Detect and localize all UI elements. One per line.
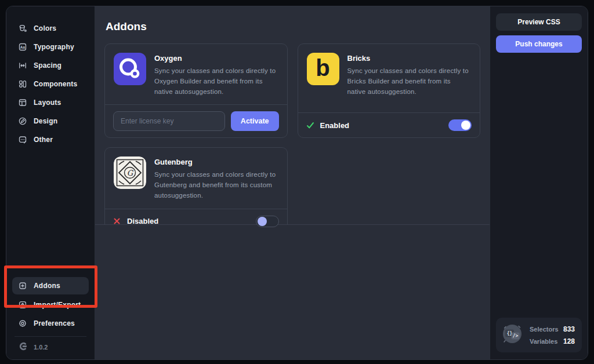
sidebar-item-design[interactable]: Design: [6, 112, 95, 130]
sidebar-item-spacing[interactable]: Spacing: [6, 56, 95, 75]
sidebar-item-label: Addons: [34, 282, 60, 290]
card-text: Bricks Sync your classes and colors dire…: [347, 53, 472, 97]
bricks-toggle[interactable]: [448, 119, 472, 131]
addon-card-oxygen: Oxygen Sync your classes and colors dire…: [104, 43, 288, 138]
card-footer: Activate: [105, 104, 287, 137]
stats-rows: Selectors 833 Variables 128: [530, 325, 575, 345]
activate-button[interactable]: Activate: [231, 111, 279, 131]
addon-description: Sync your classes and colors directly to…: [347, 66, 472, 97]
version-label: 1.0.2: [34, 344, 48, 351]
version-row: 1.0.2: [15, 336, 86, 359]
svg-text:G: G: [127, 169, 134, 177]
stats-card: {} /> Selectors 833 Variables 128: [496, 318, 582, 352]
left-sidebar: Colors Aa Typography Spacing: [6, 6, 95, 359]
toggle-knob: [258, 217, 267, 226]
bricks-logo-icon: b: [307, 53, 339, 85]
card-footer: Enabled: [298, 112, 480, 137]
stat-row-variables: Variables 128: [530, 337, 575, 345]
addons-icon: [18, 281, 27, 290]
sidebar-item-label: Other: [34, 136, 53, 144]
sidebar-item-components[interactable]: Components: [6, 75, 95, 93]
addon-card-gutenberg: G Gutenberg Sync your classes and colors…: [104, 147, 288, 234]
chat-pen-icon: [18, 135, 27, 144]
svg-text:Aa: Aa: [20, 45, 26, 49]
sidebar-item-colors[interactable]: Colors: [6, 19, 95, 38]
gear-icon: [18, 319, 27, 328]
addon-description: Sync your classes and colors directly to…: [154, 66, 278, 97]
sidebar-item-label: Colors: [34, 24, 56, 32]
code-planet-icon: {} />: [501, 322, 524, 348]
x-icon: [113, 217, 121, 225]
toggle-knob: [461, 121, 470, 130]
status-label: Enabled: [320, 121, 350, 130]
import-export-icon: [18, 300, 27, 310]
main-content: Addons Oxygen Sync your classes and colo…: [95, 6, 490, 359]
addon-name: Gutenberg: [154, 158, 278, 166]
stat-value: 128: [563, 337, 575, 345]
card-header: G Gutenberg Sync your classes and colors…: [105, 148, 287, 208]
right-panel-spacer: [496, 53, 582, 318]
stat-label: Variables: [530, 338, 557, 345]
addons-section: Addons Oxygen Sync your classes and colo…: [95, 6, 490, 225]
sidebar-item-addons[interactable]: Addons: [12, 277, 89, 294]
sidebar-item-label: Components: [34, 80, 77, 88]
gutenberg-toggle[interactable]: [256, 216, 279, 227]
gutenberg-logo-icon: G: [114, 156, 146, 189]
push-changes-button[interactable]: Push changes: [496, 35, 582, 53]
sidebar-item-label: Spacing: [34, 61, 61, 70]
svg-text:/>: />: [513, 333, 519, 338]
addon-description: Sync your classes and colors directly to…: [154, 170, 278, 201]
layouts-icon: [18, 98, 27, 107]
sidebar-item-other[interactable]: Other: [6, 130, 95, 149]
oxygen-logo-icon: [114, 53, 146, 85]
sidebar-spacer: [6, 149, 95, 277]
stat-value: 833: [563, 325, 575, 333]
components-icon: [18, 79, 27, 89]
addon-name: Oxygen: [154, 54, 278, 63]
addon-card-bricks: b Bricks Sync your classes and colors di…: [298, 43, 481, 138]
card-text: Oxygen Sync your classes and colors dire…: [154, 53, 278, 97]
preview-css-button[interactable]: Preview CSS: [496, 13, 582, 31]
right-panel: Preview CSS Push changes {} /> Selectors…: [490, 6, 588, 359]
card-header: b Bricks Sync your classes and colors di…: [298, 44, 480, 104]
sidebar-item-import-export[interactable]: Import/Export: [6, 296, 95, 314]
main-empty-area: [95, 225, 490, 359]
card-header: Oxygen Sync your classes and colors dire…: [105, 44, 287, 104]
license-key-input[interactable]: [113, 111, 225, 131]
page-title: Addons: [106, 20, 480, 33]
sidebar-item-label: Typography: [34, 43, 74, 51]
sidebar-item-typography[interactable]: Aa Typography: [6, 38, 95, 56]
card-text: Gutenberg Sync your classes and colors d…: [154, 156, 278, 201]
design-pen-icon: [18, 117, 27, 126]
addon-name: Bricks: [347, 54, 472, 63]
typography-icon: Aa: [18, 42, 27, 52]
sidebar-item-label: Preferences: [34, 319, 75, 327]
core-framework-logo: [18, 342, 28, 352]
app-window: Colors Aa Typography Spacing: [6, 6, 588, 360]
stat-label: Selectors: [530, 326, 559, 333]
sidebar-item-label: Design: [34, 117, 57, 125]
sidebar-item-preferences[interactable]: Preferences: [6, 314, 95, 333]
colors-icon: [18, 24, 27, 33]
check-icon: [306, 121, 314, 129]
addon-cards: Oxygen Sync your classes and colors dire…: [104, 43, 480, 234]
spacing-icon: [18, 61, 27, 70]
sidebar-item-label: Layouts: [34, 99, 61, 107]
sidebar-item-label: Import/Export: [34, 301, 81, 309]
sidebar-item-layouts[interactable]: Layouts: [6, 93, 95, 112]
stat-row-selectors: Selectors 833: [530, 325, 575, 333]
